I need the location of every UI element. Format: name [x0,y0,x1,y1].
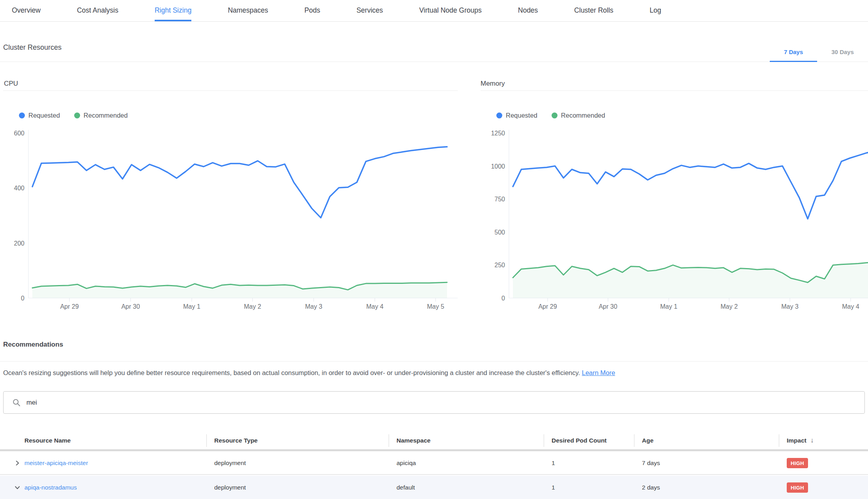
cpu-legend-recommended-label: Recommended [84,112,128,119]
memory-chart-title: Memory [481,80,505,88]
impact-badge-high: HIGH [787,482,808,493]
tab-log[interactable]: Log [650,0,661,21]
memory-line-chart: 025050075010001250Apr 29Apr 30May 1May 2… [481,128,868,312]
range-tab-7-days[interactable]: 7 Days [770,43,817,62]
top-tab-bar: Overview Cost Analysis Right Sizing Name… [0,0,868,22]
recommendations-description: Ocean's resizing suggestions will help y… [3,369,865,377]
col-resource-type[interactable]: Resource Type [206,432,389,449]
recommended-dot-icon [74,113,80,118]
tab-services[interactable]: Services [356,0,383,21]
svg-text:600: 600 [14,130,24,137]
svg-text:May 2: May 2 [244,303,261,310]
resource-type-cell: deployment [206,460,389,467]
col-namespace[interactable]: Namespace [389,432,544,449]
svg-text:Apr 30: Apr 30 [599,303,617,310]
memory-legend: Requested Recommended [496,112,605,119]
recommendations-text: Ocean's resizing suggestions will help y… [3,369,580,376]
sort-desc-icon[interactable]: ↓ [810,437,814,445]
recommendations-title: Recommendations [3,341,63,349]
col-impact-label: Impact [787,437,806,444]
svg-text:400: 400 [14,185,24,191]
tab-nodes[interactable]: Nodes [518,0,538,21]
tab-cost-analysis[interactable]: Cost Analysis [77,0,118,21]
section-title-cluster-resources: Cluster Resources [3,43,62,52]
svg-text:May 3: May 3 [781,303,799,310]
impact-badge-high: HIGH [787,458,808,468]
svg-text:750: 750 [494,196,505,203]
table-row[interactable]: meister-apiciqa-meister deployment apici… [0,452,868,475]
cpu-legend-requested: Requested [19,112,60,119]
tab-pods[interactable]: Pods [305,0,320,21]
cluster-resources-header: Cluster Resources 7 Days 30 Days [0,22,868,62]
memory-legend-recommended: Recommended [552,112,605,119]
pod-count-cell: 1 [544,460,634,467]
memory-legend-requested: Requested [496,112,537,119]
namespace-cell: default [389,484,544,491]
table-header: Resource Name Resource Type Namespace De… [0,432,868,451]
svg-text:May 5: May 5 [427,303,444,310]
time-range-toggle: 7 Days 30 Days [770,43,868,62]
age-cell: 7 days [634,460,779,467]
tab-namespaces[interactable]: Namespaces [228,0,268,21]
memory-title-rule [481,90,868,91]
pod-count-cell: 1 [544,484,634,491]
col-age[interactable]: Age [634,432,779,449]
recommended-dot-icon [552,113,557,118]
svg-text:500: 500 [494,229,505,236]
tab-cluster-rolls[interactable]: Cluster Rolls [574,0,613,21]
svg-text:May 4: May 4 [842,303,859,310]
resource-name-link[interactable]: meister-apiciqa-meister [24,460,88,466]
svg-text:May 1: May 1 [660,303,677,310]
learn-more-link[interactable]: Learn More [582,369,615,376]
requested-dot-icon [19,113,25,118]
svg-text:0: 0 [21,295,24,302]
memory-legend-recommended-label: Recommended [561,112,605,119]
range-tab-30-days[interactable]: 30 Days [817,43,868,62]
col-impact[interactable]: Impact ↓ [779,432,868,449]
tab-overview[interactable]: Overview [12,0,41,21]
svg-text:May 3: May 3 [305,303,322,310]
svg-text:Apr 29: Apr 29 [60,303,79,310]
age-cell: 2 days [634,484,779,491]
svg-text:May 4: May 4 [366,303,383,310]
search-input[interactable] [26,392,864,413]
recommendations-divider [0,361,868,362]
cpu-title-rule [3,90,458,91]
svg-text:200: 200 [14,240,24,247]
cpu-legend-requested-label: Requested [28,112,60,119]
svg-text:250: 250 [494,262,505,268]
svg-text:Apr 30: Apr 30 [121,303,140,310]
svg-text:1250: 1250 [491,130,505,137]
cpu-chart-title: CPU [4,80,18,88]
cpu-line-chart: 0200400600Apr 29Apr 30May 1May 2May 3May… [0,128,458,312]
col-desired-pod-count[interactable]: Desired Pod Count [544,432,634,449]
requested-dot-icon [496,113,502,118]
cpu-legend-recommended: Recommended [74,112,128,119]
search-icon [12,398,21,407]
cpu-legend: Requested Recommended [19,112,128,119]
svg-text:Apr 29: Apr 29 [538,303,557,310]
svg-text:0: 0 [501,295,505,302]
memory-legend-requested-label: Requested [506,112,537,119]
chevron-down-icon[interactable] [14,484,21,491]
tab-virtual-node-groups[interactable]: Virtual Node Groups [419,0,482,21]
namespace-cell: apiciqa [389,460,544,467]
resource-name-link[interactable]: apiqa-nostradamus [24,484,77,491]
svg-text:May 1: May 1 [183,303,200,310]
resource-search[interactable] [3,391,865,414]
svg-text:1000: 1000 [491,163,505,170]
resource-type-cell: deployment [206,484,389,491]
table-row[interactable]: apiqa-nostradamus deployment default 1 2… [0,476,868,499]
svg-text:May 2: May 2 [720,303,738,310]
tab-right-sizing[interactable]: Right Sizing [155,0,191,21]
col-resource-name[interactable]: Resource Name [0,432,206,449]
chevron-right-icon[interactable] [14,460,21,466]
